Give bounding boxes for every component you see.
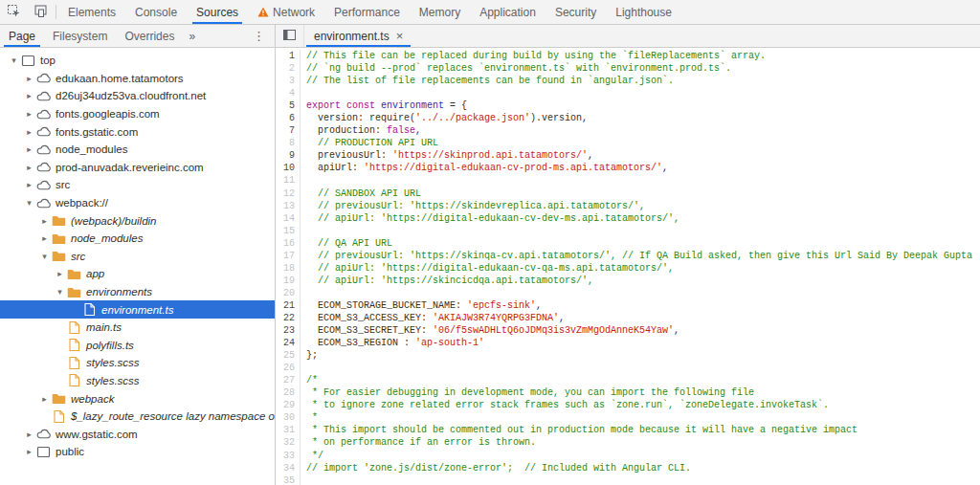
line-content[interactable]: // PRODUCTION API URL: [301, 137, 438, 149]
file-tab-environment-ts[interactable]: environment.ts ×: [304, 25, 412, 47]
line-content[interactable]: production: false,: [301, 124, 421, 137]
line-number[interactable]: 32: [276, 436, 301, 449]
line-number[interactable]: 11: [276, 174, 301, 187]
line-content[interactable]: [301, 474, 306, 485]
chevron-right-icon[interactable]: ▸: [23, 159, 35, 176]
tree-item-src[interactable]: ▾src: [0, 248, 275, 266]
line-number[interactable]: 8: [276, 137, 301, 149]
line-number[interactable]: 1: [276, 50, 301, 62]
toggle-navigator-button[interactable]: [276, 25, 304, 47]
line-number[interactable]: 12: [276, 187, 301, 200]
chevron-right-icon[interactable]: ▸: [38, 212, 51, 230]
tree-item-lazy-route-resource-lazy-namespace-object[interactable]: $_lazy_route_resource lazy namespace obj…: [0, 408, 275, 426]
panel-tab-memory[interactable]: Memory: [410, 0, 470, 24]
panel-tab-elements[interactable]: Elements: [58, 0, 125, 24]
line-content[interactable]: // apiUrl: 'https://skincicdqa.api.tatam…: [301, 275, 593, 287]
tree-item-public[interactable]: ▸public: [0, 443, 275, 461]
chevron-right-icon[interactable]: ▸: [23, 87, 35, 104]
tree-item-polyfills-ts[interactable]: polyfills.ts: [0, 337, 275, 355]
line-number[interactable]: 24: [276, 337, 301, 349]
device-toolbar-button[interactable]: [27, 0, 54, 24]
line-number[interactable]: 30: [276, 411, 301, 424]
line-number[interactable]: 31: [276, 424, 301, 436]
line-number[interactable]: 34: [276, 462, 301, 474]
tree-item-environment-ts[interactable]: environment.ts: [0, 300, 275, 319]
panel-tab-lighthouse[interactable]: Lighthouse: [606, 0, 681, 24]
navigator-tab-overrides[interactable]: Overrides: [116, 25, 183, 47]
navigator-more-options-button[interactable]: ⋮: [243, 25, 275, 47]
line-number[interactable]: 22: [276, 312, 301, 324]
chevron-right-icon[interactable]: ▸: [23, 426, 35, 443]
panel-tab-console[interactable]: Console: [125, 0, 187, 24]
line-number[interactable]: 26: [276, 362, 301, 374]
tree-item-fonts-gstatic-com[interactable]: ▸fonts.gstatic.com: [0, 122, 275, 141]
line-content[interactable]: *: [301, 411, 318, 424]
line-number[interactable]: 20: [276, 287, 301, 299]
line-content[interactable]: [301, 362, 306, 374]
line-content[interactable]: };: [301, 349, 318, 362]
line-number[interactable]: 15: [276, 225, 301, 237]
line-number[interactable]: 16: [276, 237, 301, 250]
tree-item-src[interactable]: ▸src: [0, 176, 275, 194]
tree-item-styles-scss[interactable]: styles.scss: [0, 372, 275, 390]
chevron-right-icon[interactable]: ▸: [23, 105, 35, 122]
navigator-tab-page[interactable]: Page: [0, 25, 44, 47]
line-number[interactable]: 29: [276, 399, 301, 411]
chevron-right-icon[interactable]: ▸: [23, 141, 35, 158]
line-number[interactable]: 35: [276, 474, 301, 485]
line-content[interactable]: [301, 287, 306, 299]
line-content[interactable]: // apiUrl: 'https://digital-edukaan-cv-d…: [301, 212, 679, 225]
line-number[interactable]: 6: [276, 112, 301, 124]
chevron-right-icon[interactable]: ▸: [38, 390, 51, 408]
chevron-right-icon[interactable]: ▸: [38, 230, 51, 247]
tree-item-fonts-googleapis-com[interactable]: ▸fonts.googleapis.com: [0, 105, 275, 123]
line-content[interactable]: version: require('../../package.json').v…: [301, 112, 588, 124]
line-number[interactable]: 9: [276, 149, 301, 162]
chevron-right-icon[interactable]: ▸: [23, 443, 35, 460]
line-number[interactable]: 28: [276, 386, 301, 399]
line-content[interactable]: apiUrl: 'https://digital-edukaan-cv-prod…: [301, 162, 668, 174]
line-number[interactable]: 7: [276, 124, 301, 137]
line-content[interactable]: [301, 225, 306, 237]
line-content[interactable]: * For easier debugging in development mo…: [301, 386, 754, 399]
line-number[interactable]: 21: [276, 299, 301, 312]
line-content[interactable]: // The list of file replacements can be …: [301, 75, 674, 87]
chevron-down-icon[interactable]: ▾: [54, 283, 66, 300]
tree-item-www-gstatic-com[interactable]: ▸www.gstatic.com: [0, 425, 275, 443]
line-content[interactable]: * to ignore zone related error stack fra…: [301, 399, 829, 411]
panel-tab-performance[interactable]: Performance: [324, 0, 410, 24]
code-editor[interactable]: 1// This file can be replaced during bui…: [276, 48, 980, 485]
tree-item-app[interactable]: ▸app: [0, 265, 275, 283]
tree-item-node-modules[interactable]: ▸node_modules: [0, 141, 275, 159]
line-number[interactable]: 27: [276, 374, 301, 386]
line-content[interactable]: // previousUrl: 'https://skindevreplica.…: [301, 200, 645, 212]
chevron-right-icon[interactable]: ▸: [23, 176, 35, 193]
line-content[interactable]: * This import should be commented out in…: [301, 424, 858, 436]
line-number[interactable]: 4: [276, 87, 301, 99]
line-content[interactable]: // QA API URL: [301, 237, 392, 250]
line-content[interactable]: ECOM_S3_SECRET_KEY: '06/f5swADHLtQ6oJDMq…: [301, 324, 679, 337]
line-content[interactable]: ECOM_STORAGE_BUCKET_NAME: 'epcfs-sink',: [301, 299, 542, 312]
tree-item-webpack-buildin[interactable]: ▸(webpack)/buildin: [0, 211, 275, 230]
tree-item-node-modules[interactable]: ▸node_modules: [0, 230, 275, 248]
line-number[interactable]: 17: [276, 250, 301, 262]
line-number[interactable]: 13: [276, 200, 301, 212]
tree-item-main-ts[interactable]: main.ts: [0, 319, 275, 337]
line-number[interactable]: 33: [276, 450, 301, 462]
line-number[interactable]: 19: [276, 275, 301, 287]
line-number[interactable]: 10: [276, 162, 301, 174]
panel-tab-application[interactable]: Application: [470, 0, 546, 24]
line-content[interactable]: ECOM_S3_ACCESS_KEY: 'AKIAJW3R74YQRPG3FDN…: [301, 312, 565, 324]
more-tabs-button[interactable]: »: [183, 25, 201, 47]
panel-tab-network[interactable]: Network: [248, 0, 324, 24]
line-number[interactable]: 5: [276, 99, 301, 112]
line-content[interactable]: // `ng build --prod` replaces `environme…: [301, 62, 731, 75]
panel-tab-sources[interactable]: Sources: [187, 0, 248, 24]
chevron-down-icon[interactable]: ▾: [8, 52, 20, 69]
navigator-tab-filesystem[interactable]: Filesystem: [44, 25, 116, 47]
chevron-right-icon[interactable]: ▸: [23, 70, 35, 87]
chevron-right-icon[interactable]: ▸: [54, 265, 66, 282]
tree-item-styles-scss[interactable]: styles.scss: [0, 354, 275, 372]
chevron-down-icon[interactable]: ▾: [23, 194, 35, 211]
panel-tab-security[interactable]: Security: [546, 0, 606, 24]
